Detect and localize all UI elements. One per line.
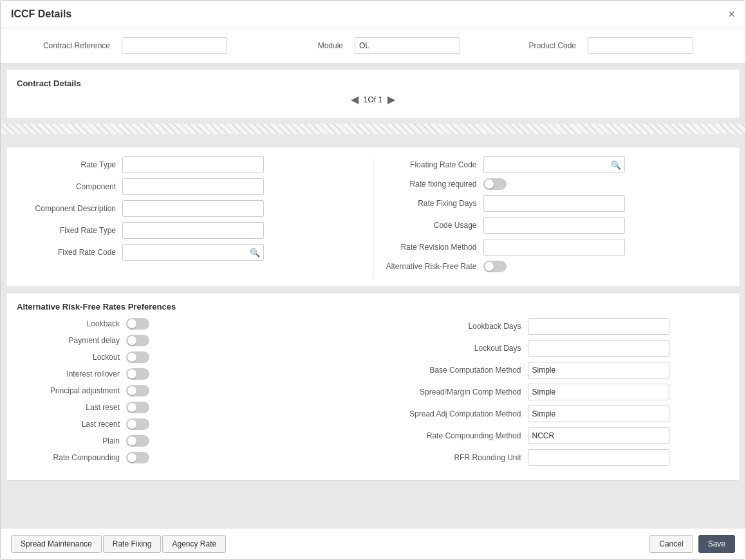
rfr-rounding-input[interactable] bbox=[528, 449, 669, 466]
principal-adjustment-row: Principal adjustment bbox=[17, 385, 367, 397]
arrf-grid: Lookback Payment delay Lockout Interest … bbox=[17, 318, 729, 471]
rate-compounding-method-input[interactable] bbox=[528, 427, 669, 444]
rate-fixing-required-label: Rate fixing required bbox=[380, 180, 477, 189]
alternative-risk-free-rate-label: Alternative Risk-Free Rate bbox=[380, 262, 477, 271]
lockout-label: Lockout bbox=[17, 353, 120, 362]
rate-compounding-row: Rate Compounding bbox=[17, 452, 367, 463]
last-recent-label: Last recent bbox=[17, 420, 120, 429]
contract-reference-input[interactable] bbox=[122, 37, 227, 54]
payment-delay-toggle[interactable] bbox=[126, 335, 149, 346]
product-code-label: Product Code bbox=[480, 41, 576, 50]
plain-toggle[interactable] bbox=[126, 435, 149, 447]
spread-adj-row: Spread Adj Computation Method bbox=[380, 406, 730, 422]
iccf-details-modal: ICCF Details × Contract Reference Module… bbox=[0, 0, 746, 560]
fixed-rate-code-input[interactable] bbox=[122, 244, 264, 261]
rate-compounding-toggle[interactable] bbox=[126, 452, 149, 463]
floating-rate-code-row: Floating Rate Code 🔍 bbox=[380, 156, 727, 173]
alternative-risk-free-rate-row: Alternative Risk-Free Rate bbox=[380, 261, 727, 272]
rate-revision-method-label: Rate Revision Method bbox=[380, 243, 477, 252]
rate-fixing-required-row: Rate fixing required bbox=[380, 178, 727, 190]
spread-maintenance-button[interactable]: Spread Maintenance bbox=[11, 535, 102, 553]
footer-left-buttons: Spread Maintenance Rate Fixing Agency Ra… bbox=[11, 535, 226, 553]
code-usage-row: Code Usage bbox=[380, 217, 727, 234]
interest-rollover-row: Interest rollover bbox=[17, 368, 367, 380]
floating-rate-code-label: Floating Rate Code bbox=[380, 160, 477, 169]
rate-fixing-days-input[interactable] bbox=[483, 195, 625, 212]
code-usage-label: Code Usage bbox=[380, 221, 477, 230]
agency-rate-button[interactable]: Agency Rate bbox=[162, 535, 226, 553]
rate-fixing-button[interactable]: Rate Fixing bbox=[103, 535, 162, 553]
contract-details-title: Contract Details bbox=[17, 79, 729, 88]
modal-body: Contract Reference Module Product Code P… bbox=[1, 28, 745, 528]
spread-adj-label: Spread Adj Computation Method bbox=[380, 409, 521, 418]
rate-fixing-days-label: Rate Fixing Days bbox=[380, 199, 477, 208]
lookback-toggle[interactable] bbox=[126, 318, 149, 330]
floating-rate-code-input[interactable] bbox=[483, 156, 625, 173]
rate-fixing-required-toggle[interactable] bbox=[483, 178, 507, 190]
fixed-rate-type-input[interactable] bbox=[122, 222, 264, 239]
product-desc-label: Product Desc bbox=[713, 41, 745, 50]
last-reset-toggle[interactable] bbox=[126, 402, 149, 413]
product-code-input[interactable] bbox=[588, 37, 693, 54]
lockout-days-input[interactable] bbox=[528, 340, 669, 357]
plain-label: Plain bbox=[17, 436, 120, 445]
rate-fixing-days-row: Rate Fixing Days bbox=[380, 195, 727, 212]
plain-row: Plain bbox=[17, 435, 367, 447]
rate-compounding-label: Rate Compounding bbox=[17, 453, 120, 462]
floating-rate-search-icon[interactable]: 🔍 bbox=[611, 160, 621, 170]
principal-adjustment-toggle[interactable] bbox=[126, 385, 149, 397]
rate-type-label: Rate Type bbox=[19, 160, 116, 169]
rate-type-input[interactable] bbox=[122, 156, 264, 173]
component-row: Component bbox=[19, 178, 367, 195]
module-input[interactable] bbox=[355, 37, 460, 54]
interest-rollover-toggle[interactable] bbox=[126, 368, 149, 380]
base-computation-input[interactable] bbox=[528, 362, 669, 378]
rfr-rounding-label: RFR Rounding Unit bbox=[380, 453, 521, 462]
modal-title: ICCF Details bbox=[11, 8, 71, 20]
component-description-input[interactable] bbox=[122, 200, 264, 217]
modal-header: ICCF Details × bbox=[1, 1, 745, 28]
fixed-rate-code-label: Fixed Rate Code bbox=[19, 248, 116, 257]
component-description-row: Component Description bbox=[19, 200, 367, 217]
rate-compounding-method-row: Rate Compounding Method bbox=[380, 427, 730, 444]
fixed-rate-search-icon[interactable]: 🔍 bbox=[250, 248, 260, 257]
nav-next-button[interactable]: ▶ bbox=[387, 95, 395, 105]
spacer bbox=[1, 136, 745, 142]
nav-prev-button[interactable]: ◀ bbox=[351, 95, 359, 105]
rate-right-col: Floating Rate Code 🔍 Rate fixing require… bbox=[373, 156, 734, 277]
component-label: Component bbox=[19, 182, 116, 191]
lockout-days-row: Lockout Days bbox=[380, 340, 730, 357]
component-description-label: Component Description bbox=[19, 204, 116, 213]
principal-adjustment-label: Principal adjustment bbox=[17, 386, 120, 395]
lookback-days-row: Lookback Days bbox=[380, 318, 730, 335]
spread-margin-input[interactable] bbox=[528, 384, 669, 400]
cancel-button[interactable]: Cancel bbox=[649, 535, 693, 553]
rfr-rounding-row: RFR Rounding Unit bbox=[380, 449, 730, 466]
arrf-title: Alternative Risk-Free Rates Preferences bbox=[17, 302, 729, 312]
lookback-days-input[interactable] bbox=[528, 318, 669, 335]
close-button[interactable]: × bbox=[728, 8, 735, 20]
arrf-right-col: Lookback Days Lockout Days Base Computat… bbox=[380, 318, 730, 471]
module-label: Module bbox=[247, 41, 343, 50]
contract-reference-group: Contract Reference bbox=[14, 37, 227, 54]
last-recent-toggle[interactable] bbox=[126, 418, 149, 430]
rate-type-row: Rate Type bbox=[19, 156, 367, 173]
lockout-days-label: Lockout Days bbox=[380, 344, 521, 353]
spread-adj-input[interactable] bbox=[528, 406, 669, 422]
lockout-row: Lockout bbox=[17, 351, 367, 363]
code-usage-input[interactable] bbox=[483, 217, 625, 234]
fixed-rate-code-wrapper: 🔍 bbox=[122, 244, 264, 261]
spread-margin-row: Spread/Margin Comp Method bbox=[380, 384, 730, 400]
module-group: Module bbox=[247, 37, 460, 54]
component-input[interactable] bbox=[122, 178, 264, 195]
lockout-toggle[interactable] bbox=[126, 351, 149, 363]
save-button[interactable]: Save bbox=[698, 535, 735, 553]
rate-revision-method-input[interactable] bbox=[483, 239, 625, 256]
alternative-risk-free-rate-toggle[interactable] bbox=[483, 261, 507, 272]
last-reset-row: Last reset bbox=[17, 402, 367, 413]
rate-compounding-method-label: Rate Compounding Method bbox=[380, 431, 521, 440]
striped-divider bbox=[1, 124, 745, 134]
lookback-label: Lookback bbox=[17, 319, 120, 328]
arrf-left-col: Lookback Payment delay Lockout Interest … bbox=[17, 318, 367, 471]
base-computation-row: Base Computation Method bbox=[380, 362, 730, 378]
